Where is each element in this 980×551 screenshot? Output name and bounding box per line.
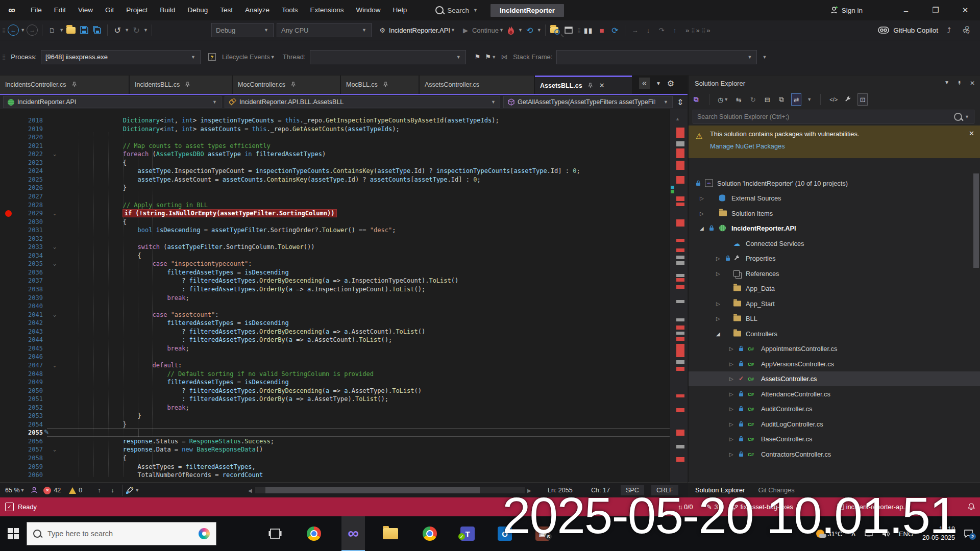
stop-button[interactable]: ■ <box>596 24 607 36</box>
chevron-down-icon[interactable]: ▼ <box>20 28 25 33</box>
solution-explorer-scrollbar[interactable] <box>973 173 979 268</box>
banner-close-icon[interactable]: ✕ <box>969 130 974 137</box>
thread-dropdown[interactable]: ▼ <box>310 50 466 64</box>
breakpoint-icon[interactable] <box>5 210 12 217</box>
startup-project-button[interactable]: IncidentReporter.API <box>389 27 450 34</box>
code-cleanup-broom-icon[interactable] <box>126 487 134 494</box>
minimize-button[interactable]: – <box>891 0 921 20</box>
menu-help[interactable]: Help <box>387 6 413 14</box>
loop-icon[interactable]: ⋈ <box>499 51 510 63</box>
menu-file[interactable]: File <box>24 6 48 14</box>
switch-views-icon[interactable]: ⧉ <box>692 94 701 105</box>
save-button[interactable] <box>79 24 90 36</box>
tree-item-solution-incidentreporter-10-of-10-proje[interactable]: ∞Solution 'IncidentReporter' (10 of 10 p… <box>689 176 980 191</box>
visual-studio-taskbar-icon[interactable]: ∞ <box>341 516 365 551</box>
menu-tools[interactable]: Tools <box>276 6 304 14</box>
tree-item-app-start[interactable]: ▷App_Start <box>689 296 980 311</box>
menu-git[interactable]: Git <box>99 6 120 14</box>
pause-button[interactable]: ▮▮ <box>583 24 594 36</box>
step-out-icon[interactable]: ↷ <box>656 24 667 36</box>
tab-assetsbll-cs[interactable]: AssetsBLL.cs✕ <box>535 76 632 94</box>
menu-project[interactable]: Project <box>120 6 154 14</box>
stack-frame-dropdown[interactable]: ▼ <box>556 50 757 64</box>
panel-pin-icon[interactable]: 🖈 <box>957 80 963 87</box>
new-item-button[interactable]: 🗋 <box>46 24 58 36</box>
tab-options-gear-icon[interactable]: ⚙ <box>667 79 674 88</box>
step-into-icon[interactable]: ↓ <box>643 24 654 36</box>
restore-button[interactable]: ❐ <box>921 0 950 20</box>
sync-with-active-document-icon[interactable]: ⇄ <box>791 93 801 106</box>
menu-analyze[interactable]: Analyze <box>239 6 276 14</box>
error-count[interactable]: 42 <box>54 487 61 494</box>
preview-icon[interactable]: ⊡ <box>857 93 868 106</box>
zoom-dropdown[interactable]: 65 % <box>5 487 20 494</box>
tree-item-coursescontroller-cs[interactable]: ▷C#CoursesController.cs <box>689 462 980 465</box>
window-layout-icon[interactable] <box>563 24 574 36</box>
menu-window[interactable]: Window <box>350 6 387 14</box>
scrollbar-up-arrow[interactable]: ▲ <box>675 116 680 121</box>
process-dropdown[interactable]: [9648] iisexpress.exe▼ <box>41 50 201 64</box>
panel-close-icon[interactable]: ✕ <box>970 80 975 87</box>
tab-incidentscontroller-cs[interactable]: IncidentsController.cs <box>0 76 129 94</box>
background-tasks-icon[interactable]: ✓ <box>5 503 14 511</box>
warning-count[interactable]: 0 <box>79 487 82 494</box>
tree-item-auditlogcontroller-cs[interactable]: ▷C#AuditLogController.cs <box>689 416 980 432</box>
panel-chevron-icon[interactable]: ▼ <box>944 80 949 87</box>
editor-vertical-scrollbar[interactable]: ▲ <box>670 109 688 482</box>
notification-bell-icon[interactable] <box>968 503 975 511</box>
redo-button[interactable]: ↻ <box>131 24 142 36</box>
member-dropdown[interactable]: GetAllAssetTypes(AssetTypeFilters assetT… <box>503 96 673 108</box>
next-issue-icon[interactable]: ↓ <box>107 484 118 496</box>
tab-moccontroller-cs[interactable]: MocController.cs <box>233 76 340 94</box>
tab-mocbll-cs[interactable]: MocBLL.cs <box>341 76 419 94</box>
step-back-icon[interactable]: ↑ <box>669 24 680 36</box>
teams-icon[interactable]: T✓ <box>456 516 479 551</box>
refresh-icon[interactable]: ↻ <box>748 94 757 105</box>
scroll-tabs-icon[interactable]: « <box>639 78 650 89</box>
tree-item-references[interactable]: ▷References <box>689 266 980 281</box>
tree-item-appointmentscontroller-cs[interactable]: ▷C#AppointmentsController.cs <box>689 341 980 357</box>
menu-view[interactable]: View <box>72 6 99 14</box>
tree-item-external-sources[interactable]: ▷External Sources <box>689 191 980 206</box>
tree-item-controllers[interactable]: ◢Controllers <box>689 326 980 341</box>
toolbar-overflow[interactable]: » <box>685 27 689 34</box>
chrome-icon-2[interactable] <box>418 516 442 551</box>
menu-build[interactable]: Build <box>154 6 181 14</box>
editor-horizontal-scrollbar[interactable] <box>255 487 525 493</box>
live-share-icon[interactable] <box>30 486 38 494</box>
file-explorer-icon[interactable] <box>379 516 402 551</box>
copilot-button[interactable]: GitHub Copilot <box>893 27 938 34</box>
step-over-icon[interactable]: → <box>629 24 641 36</box>
menu-debug[interactable]: Debug <box>181 6 214 14</box>
solution-configuration-dropdown[interactable]: Debug▼ <box>211 23 274 37</box>
tree-item-connected-services[interactable]: ☁Connected Services <box>689 236 980 251</box>
restart-icon[interactable]: ⟲ <box>524 24 535 36</box>
chrome-icon[interactable] <box>302 516 326 551</box>
close-button[interactable]: ✕ <box>950 0 980 20</box>
share-icon[interactable]: ⤴ <box>943 24 954 36</box>
flag-threads-icon[interactable]: ⚑▼ <box>485 51 497 63</box>
solution-search-input[interactable]: Search Solution Explorer (Ctrl+;) ▼ <box>693 110 974 123</box>
tree-item-bll[interactable]: ▷BLL <box>689 311 980 327</box>
flag-icon[interactable]: ⚑ <box>472 51 483 63</box>
tree-item-incidentreporter-api[interactable]: ◢IncidentReporter.API <box>689 221 980 236</box>
restart-debug-button[interactable]: ⟳ <box>609 24 621 36</box>
prev-issue-icon[interactable]: ↑ <box>93 484 105 496</box>
find-in-files-icon[interactable] <box>550 24 561 36</box>
tree-item-attendancecontroller-cs[interactable]: ▷C#AttendanceController.cs <box>689 386 980 402</box>
tree-item-auditcontroller-cs[interactable]: ▷C#AuditController.cs <box>689 402 980 417</box>
view-code-icon[interactable]: </> <box>829 94 838 105</box>
tree-item-solution-items[interactable]: ▷Solution Items <box>689 206 980 221</box>
manage-nuget-link[interactable]: Manage NuGet Packages <box>710 142 785 150</box>
undo-button[interactable]: ↺ <box>112 24 123 36</box>
sign-in-button[interactable]: Sign in <box>830 6 863 14</box>
hscroll-left-arrow[interactable]: ◀ <box>248 488 252 493</box>
hot-reload-icon[interactable] <box>505 24 517 36</box>
tab-assetscontroller-cs[interactable]: AssetsController.cs <box>420 76 534 94</box>
action-center-icon[interactable]: 2 <box>964 530 973 538</box>
feedback-person-icon[interactable]: 🗫 <box>961 24 972 36</box>
copy-icon[interactable]: ⧉ <box>777 94 786 105</box>
pending-changes-filter-icon[interactable]: ◷▼ <box>718 94 729 105</box>
code-editor[interactable]: 2018201920202021202220232024202520262027… <box>0 109 688 482</box>
toolbar-grip[interactable]: ⣿ <box>2 28 5 33</box>
